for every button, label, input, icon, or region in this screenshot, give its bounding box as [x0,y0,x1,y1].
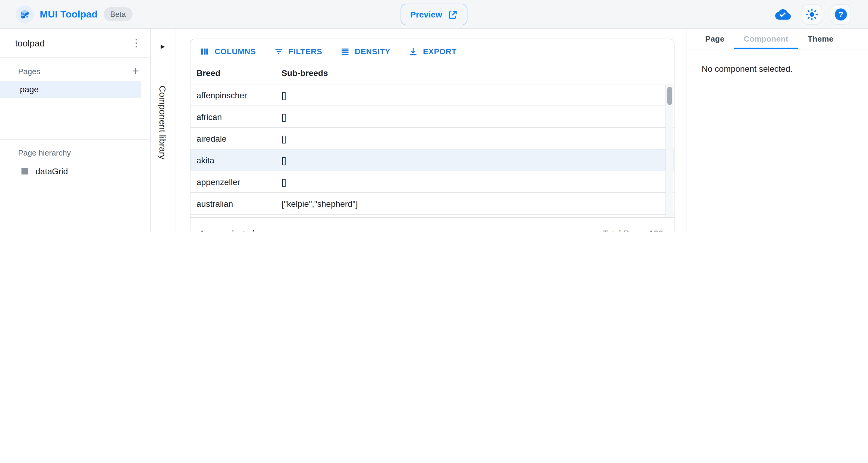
datagrid-item-label: dataGrid [36,166,68,176]
cell-breed[interactable]: affenpinscher [190,90,276,100]
table-row[interactable]: appenzeller [] [190,171,674,193]
hierarchy-section-label: Page hierarchy [18,148,71,157]
svg-text:?: ? [838,10,843,19]
columns-button-label: COLUMNS [215,47,256,56]
selection-count: 1 row selected [200,228,255,232]
inspector-tabs: Page Component Theme [687,29,868,50]
grid-component-icon [20,166,30,176]
brand: MUI Toolpad Beta [0,5,132,23]
table-row[interactable]: affenpinscher [] [190,84,674,106]
cloud-done-icon [775,7,791,22]
tab-component[interactable]: Component [734,29,798,49]
light-mode-icon [805,8,818,21]
sidebar-item-page[interactable]: page [0,81,141,98]
mui-toolpad-logo-icon [16,5,34,23]
table-row[interactable]: african [] [190,106,674,128]
preview-button-label: Preview [410,10,442,19]
cell-breed[interactable]: airedale [190,133,276,143]
inspector-empty-state: No component selected. [687,50,868,73]
column-header-breed[interactable]: Breed [190,68,276,78]
app-header: MUI Toolpad Beta Preview [0,0,868,29]
component-library-label: Component library [151,59,175,186]
inspector-panel: Page Component Theme No component select… [687,29,868,232]
datagrid-footer: 1 row selected Total Rows: 106 [190,217,674,232]
cell-subbreeds[interactable]: [] [276,133,674,143]
pages-section-label: Pages [18,67,40,76]
kebab-icon: ⋮ [131,37,141,50]
beta-badge: Beta [104,7,132,21]
total-rows: Total Rows: 106 [603,228,663,232]
grid-rows: affenpinscher [] african [] airedale [] … [190,84,674,215]
app-body: toolpad ⋮ Pages + page Page hierarchy da… [0,29,868,232]
open-in-new-icon [447,9,458,20]
table-row[interactable]: australian ["kelpie","shepherd"] [190,193,674,215]
theme-toggle-button[interactable] [802,4,822,25]
explorer-sidebar: toolpad ⋮ Pages + page Page hierarchy da… [0,29,151,232]
view-columns-icon [199,46,210,56]
plus-icon: + [132,64,139,78]
app-title: MUI Toolpad [40,9,98,20]
help-icon: ? [834,7,848,22]
component-library-strip[interactable]: ▶ Component library [151,29,176,232]
sidebar-divider [0,139,150,140]
cell-subbreeds[interactable]: [] [276,155,674,165]
density-button-label: DENSITY [355,47,390,56]
preview-button[interactable]: Preview [401,4,467,25]
density-button[interactable]: DENSITY [337,44,393,59]
filters-button[interactable]: FILTERS [270,44,325,59]
cell-breed[interactable]: appenzeller [190,177,276,187]
chevron-right-icon[interactable]: ▶ [151,43,175,50]
cell-subbreeds[interactable]: [] [276,177,674,187]
download-icon [408,46,418,56]
sidebar-item-datagrid[interactable]: dataGrid [0,163,150,180]
add-page-button[interactable]: + [127,63,144,80]
datagrid-column-headers: Breed Sub-breeds [190,62,674,84]
cell-subbreeds[interactable]: ["kelpie","shepherd"] [276,198,674,208]
export-button-label: EXPORT [423,47,457,56]
vertical-scrollbar[interactable] [665,85,673,218]
mui-toolpad-logo-icon [18,7,31,21]
scrollbar-thumb[interactable] [667,87,672,105]
cell-subbreeds[interactable]: [] [276,112,674,121]
tab-theme[interactable]: Theme [798,29,843,49]
project-header: toolpad ⋮ [0,29,150,58]
density-icon [340,46,350,56]
page-canvas: COLUMNS FILTERS [176,29,687,232]
cell-breed[interactable]: australian [190,198,276,208]
table-row[interactable]: airedale [] [190,128,674,150]
project-menu-button[interactable]: ⋮ [127,34,145,52]
tab-page[interactable]: Page [695,29,734,49]
header-actions: ? [773,0,851,29]
cell-breed[interactable]: african [190,112,276,121]
datagrid-toolbar: COLUMNS FILTERS [190,39,674,62]
page-item-label: page [20,84,38,94]
filters-button-label: FILTERS [288,47,322,56]
datagrid-component[interactable]: COLUMNS FILTERS [190,38,675,232]
filter-list-icon [273,46,284,56]
project-name: toolpad [15,38,44,48]
app-window: MUI Toolpad Beta Preview [0,0,868,232]
columns-button[interactable]: COLUMNS [196,44,259,59]
hierarchy-section-header: Page hierarchy [0,145,150,160]
cell-breed[interactable]: akita [190,155,276,165]
table-row[interactable]: akita [] [190,150,674,171]
pages-section-header: Pages + [0,63,150,79]
column-header-subbreeds[interactable]: Sub-breeds [276,68,674,78]
help-button[interactable]: ? [831,4,851,25]
cell-subbreeds[interactable]: [] [276,90,674,100]
export-button[interactable]: EXPORT [405,44,460,59]
sync-status-button[interactable] [773,4,793,25]
